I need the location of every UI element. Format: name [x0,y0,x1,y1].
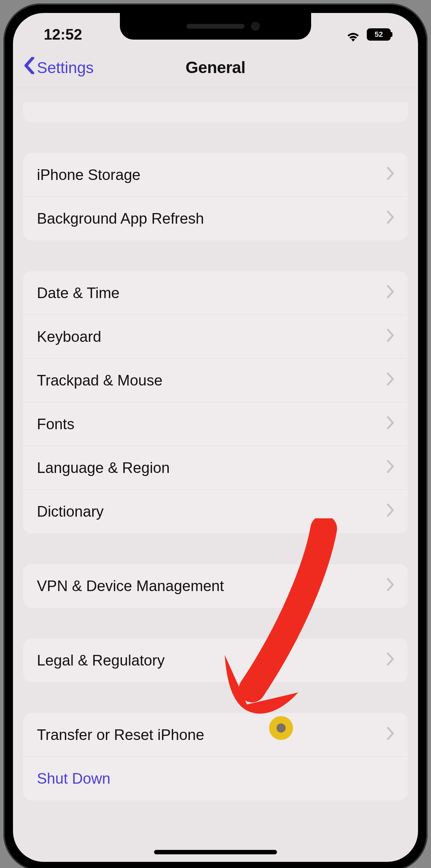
wifi-icon [346,29,361,40]
chevron-right-icon [387,503,394,520]
chevron-right-icon [387,459,394,476]
battery-level: 52 [375,30,383,39]
row-dictionary[interactable]: Dictionary [23,490,408,533]
row-fonts[interactable]: Fonts [23,402,408,446]
row-label: Language & Region [37,459,170,476]
row-language-region[interactable]: Language & Region [23,446,408,490]
row-label: Keyboard [37,328,101,345]
chevron-right-icon [387,328,394,345]
screen: 12:52 52 Settings General iPhone Stor [13,13,418,862]
row-transfer-reset[interactable]: Transfer or Reset iPhone [23,713,408,757]
chevron-right-icon [387,577,394,594]
partial-row-above [23,102,408,122]
notch-speaker [186,24,245,29]
settings-group: Date & TimeKeyboardTrackpad & MouseFonts… [23,271,408,533]
row-label: Date & Time [37,284,120,302]
row-label: VPN & Device Management [37,577,224,594]
page-title: General [185,58,245,77]
row-label: Trackpad & Mouse [37,372,163,389]
phone-frame: 12:52 52 Settings General iPhone Stor [3,3,428,868]
row-label: Dictionary [37,503,104,520]
settings-group: Transfer or Reset iPhoneShut Down [23,713,408,800]
row-background-app-refresh[interactable]: Background App Refresh [23,197,408,240]
chevron-right-icon [387,726,394,743]
row-vpn-device-management[interactable]: VPN & Device Management [23,564,408,608]
row-label: Fonts [37,416,74,433]
row-label: Shut Down [37,770,394,787]
row-label: iPhone Storage [37,166,140,183]
row-legal-regulatory[interactable]: Legal & Regulatory [23,639,408,682]
content-scroll[interactable]: iPhone StorageBackground App RefreshDate… [13,88,418,800]
row-iphone-storage[interactable]: iPhone Storage [23,153,408,197]
chevron-right-icon [387,372,394,389]
notch [120,13,311,40]
row-label: Legal & Regulatory [37,652,165,669]
battery-icon: 52 [367,28,391,41]
back-button[interactable]: Settings [23,57,94,78]
chevron-right-icon [387,210,394,227]
settings-group: iPhone StorageBackground App Refresh [23,153,408,240]
status-time: 12:52 [33,26,82,43]
chevron-right-icon [387,652,394,669]
home-indicator[interactable] [154,850,277,854]
settings-group: VPN & Device Management [23,564,408,608]
notch-camera [251,22,260,31]
row-keyboard[interactable]: Keyboard [23,315,408,359]
back-label: Settings [37,58,94,77]
chevron-right-icon [387,166,394,183]
row-label: Transfer or Reset iPhone [37,726,204,743]
chevron-left-icon [23,57,36,78]
chevron-right-icon [387,284,394,302]
status-icons: 52 [346,28,398,41]
nav-header: Settings General [13,47,418,88]
row-label: Background App Refresh [37,210,204,227]
row-date-time[interactable]: Date & Time [23,271,408,315]
row-trackpad-mouse[interactable]: Trackpad & Mouse [23,359,408,402]
chevron-right-icon [387,416,394,433]
settings-group: Legal & Regulatory [23,639,408,682]
row-shut-down[interactable]: Shut Down [23,757,408,800]
